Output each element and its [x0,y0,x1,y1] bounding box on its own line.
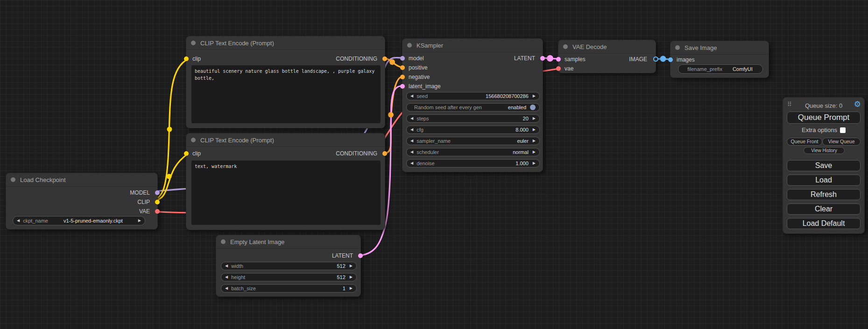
decrement-arrow-icon[interactable]: ◀ [410,117,413,120]
node-empty-latent-image[interactable]: Empty Latent Image LATENT ◀ width 512 ▶ … [216,235,361,297]
output-dot-model[interactable] [155,190,160,195]
node-clip-text-encode-negative[interactable]: CLIP Text Encode (Prompt) clip CONDITION… [186,133,385,230]
node-title: CLIP Text Encode (Prompt) [200,137,274,144]
increment-arrow-icon[interactable]: ▶ [533,161,536,165]
output-dot-clip[interactable] [155,200,160,204]
load-button[interactable]: Load [787,175,861,186]
input-dot-negative[interactable] [400,75,405,79]
collapse-dot[interactable] [191,41,196,45]
increment-arrow-icon[interactable]: ▶ [350,275,353,279]
seed-widget[interactable]: ◀ seed 156680208700286 ▶ [406,92,540,100]
sampler-name-widget[interactable]: ◀ sampler_name euler ▶ [406,137,540,145]
increment-arrow-icon[interactable]: ▶ [350,264,353,268]
ckpt-name-widget[interactable]: ◀ ckpt_name v1-5-pruned-emaonly.ckpt ▶ [13,216,145,225]
decrement-arrow-icon[interactable]: ◀ [410,150,413,154]
output-label-model: MODEL [130,190,150,196]
widget-value: 1.000 [515,161,533,166]
denoise-widget[interactable]: ◀ denoise 1.000 ▶ [406,159,540,168]
widget-value: 156680208700286 [486,93,533,99]
prompt-textarea[interactable]: beautiful scenery nature glass bottle la… [191,65,381,123]
queue-prompt-button[interactable]: Queue Prompt [787,112,861,124]
scheduler-widget[interactable]: ◀ scheduler normal ▶ [406,148,540,156]
random-seed-widget[interactable]: Random seed after every gen enabled [406,103,540,112]
node-header[interactable]: Save Image [670,41,769,55]
input-dot-clip[interactable] [184,151,189,156]
node-header[interactable]: CLIP Text Encode (Prompt) [186,133,385,147]
link-dot [389,59,395,65]
decrement-arrow-icon[interactable]: ◀ [225,264,228,268]
increment-arrow-icon[interactable]: ▶ [533,128,536,132]
increment-arrow-icon[interactable]: ▶ [138,219,141,223]
widget-value: ComfyUI [733,66,754,72]
input-dot-images[interactable] [668,57,673,62]
widget-label: sampler_name [416,138,451,144]
output-dot-vae[interactable] [155,209,160,214]
collapse-dot[interactable] [407,43,412,48]
batch-size-widget[interactable]: ◀ batch_size 1 ▶ [221,284,357,293]
collapse-dot[interactable] [11,177,15,182]
widget-label: scheduler [416,149,439,155]
collapse-dot[interactable] [191,138,196,142]
widget-label: height [231,274,245,280]
output-dot-latent[interactable] [358,253,363,258]
refresh-button[interactable]: Refresh [787,189,861,200]
save-button[interactable]: Save [787,160,861,171]
input-dot-model[interactable] [400,56,405,61]
prompt-textarea[interactable]: text, watermark [191,161,381,225]
toggle-icon[interactable] [530,105,536,110]
input-dot-clip[interactable] [184,56,189,61]
input-dot-samples[interactable] [556,57,561,62]
output-dot-conditioning[interactable] [382,151,387,156]
input-dot-positive[interactable] [400,65,405,70]
node-header[interactable]: Empty Latent Image [216,235,360,249]
input-dot-vae[interactable] [556,66,561,71]
extra-options-checkbox[interactable] [840,127,846,133]
decrement-arrow-icon[interactable]: ◀ [225,275,228,279]
decrement-arrow-icon[interactable]: ◀ [17,219,20,223]
filename-prefix-widget[interactable]: filename_prefix ComfyUI [678,64,763,74]
input-dot-latent-image[interactable] [400,84,405,89]
steps-widget[interactable]: ◀ steps 20 ▶ [406,114,540,123]
input-label-clip: clip [192,151,201,156]
decrement-arrow-icon[interactable]: ◀ [410,139,413,143]
view-history-button[interactable]: View History [804,147,845,154]
decrement-arrow-icon[interactable]: ◀ [410,161,413,165]
increment-arrow-icon[interactable]: ▶ [533,150,536,154]
output-dot-conditioning[interactable] [382,56,387,61]
node-ksampler[interactable]: KSampler model positive negative latent_… [402,38,543,172]
node-graph-canvas[interactable]: Load Checkpoint MODEL CLIP VAE ◀ ckpt_na… [0,0,868,329]
increment-arrow-icon[interactable]: ▶ [350,287,353,290]
output-dot-latent[interactable] [540,56,545,61]
node-clip-text-encode-positive[interactable]: CLIP Text Encode (Prompt) clip CONDITION… [186,36,385,128]
node-header[interactable]: CLIP Text Encode (Prompt) [186,36,385,50]
widget-value: 1 [343,286,350,291]
widget-label: ckpt_name [23,218,48,224]
cfg-widget[interactable]: ◀ cfg 8.000 ▶ [406,126,540,134]
widget-label: seed [416,93,428,99]
decrement-arrow-icon[interactable]: ◀ [225,287,228,290]
wire-conditioning-positive [385,58,402,67]
output-dot-image[interactable] [653,56,658,62]
decrement-arrow-icon[interactable]: ◀ [410,94,413,98]
increment-arrow-icon[interactable]: ▶ [533,139,536,143]
load-default-button[interactable]: Load Default [787,218,861,229]
decrement-arrow-icon[interactable]: ◀ [410,128,413,132]
node-save-image[interactable]: Save Image images filename_prefix ComfyU… [670,41,769,78]
height-widget[interactable]: ◀ height 512 ▶ [221,273,357,281]
gear-icon[interactable]: ⚙ [854,100,861,108]
node-vae-decode[interactable]: VAE Decode samples vae IMAGE [558,40,656,73]
increment-arrow-icon[interactable]: ▶ [533,117,536,120]
view-queue-button[interactable]: View Queue [822,138,861,146]
output-label-conditioning: CONDITIONING [336,151,377,156]
collapse-dot[interactable] [675,45,680,50]
node-header[interactable]: KSampler [402,39,543,52]
node-load-checkpoint[interactable]: Load Checkpoint MODEL CLIP VAE ◀ ckpt_na… [6,173,158,230]
increment-arrow-icon[interactable]: ▶ [533,94,536,98]
node-header[interactable]: VAE Decode [558,40,656,54]
width-widget[interactable]: ◀ width 512 ▶ [221,262,357,270]
node-header[interactable]: Load Checkpoint [6,173,157,187]
collapse-dot[interactable] [221,239,226,244]
clear-button[interactable]: Clear [787,203,861,215]
collapse-dot[interactable] [563,44,568,49]
queue-front-button[interactable]: Queue Front [787,138,822,146]
